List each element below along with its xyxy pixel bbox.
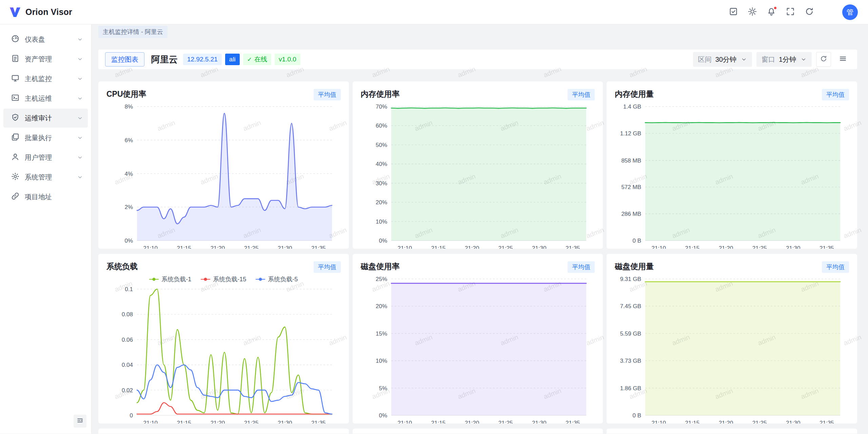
- chart-card-partial: [98, 429, 349, 434]
- chart-card-6: 磁盘使用量平均值0 B1.86 GB3.73 GB5.59 GB7.45 GB9…: [607, 254, 857, 423]
- notification-dot: [773, 6, 777, 10]
- app-logo[interactable]: Orion Visor: [9, 7, 72, 18]
- host-name: 阿里云: [151, 54, 178, 65]
- host-monitor-icon: [11, 74, 20, 84]
- chart-area: 0 B1.86 GB3.73 GB5.59 GB7.45 GB9.31 GB21…: [615, 274, 849, 419]
- svg-text:21:10: 21:10: [143, 245, 158, 249]
- user-avatar[interactable]: 管: [842, 4, 858, 20]
- svg-text:21:10: 21:10: [652, 420, 666, 423]
- svg-text:0%: 0%: [379, 412, 387, 419]
- logo-v-icon: [9, 7, 21, 18]
- svg-text:21:10: 21:10: [652, 245, 666, 249]
- chart-card-1: CPU使用率平均值0%2%4%6%8%21:1021:1521:2021:252…: [98, 81, 349, 249]
- chart-plot: 0%5%10%15%20%25%21:1021:1521:2021:2521:3…: [361, 274, 595, 423]
- svg-text:858 MB: 858 MB: [622, 157, 642, 164]
- svg-text:21:25: 21:25: [498, 420, 513, 423]
- host-tag-2: ali: [225, 54, 240, 65]
- audit-shield-icon: [11, 113, 20, 124]
- sidebar-item-4[interactable]: 主机运维: [3, 89, 88, 108]
- navbar-actions: 管: [726, 4, 858, 20]
- svg-text:21:25: 21:25: [752, 420, 767, 423]
- chart-card-partial: [607, 429, 857, 434]
- sidebar-item-8[interactable]: 系统管理: [3, 168, 88, 187]
- panel-check-icon: [729, 7, 738, 18]
- sidebar-item-2[interactable]: 资产管理: [3, 50, 88, 69]
- chart-card-partial: [353, 429, 603, 434]
- sidebar-item-label: 批量执行: [25, 133, 72, 143]
- notification-bell-button[interactable]: [764, 4, 779, 20]
- svg-text:21:25: 21:25: [244, 420, 259, 423]
- svg-text:0%: 0%: [124, 238, 133, 244]
- svg-text:0.1: 0.1: [125, 286, 133, 293]
- legend-item[interactable]: 系统负载-5: [256, 275, 298, 283]
- svg-text:0%: 0%: [379, 238, 387, 244]
- legend-item[interactable]: 系统负载-1: [149, 275, 191, 283]
- svg-text:0.04: 0.04: [122, 362, 133, 368]
- svg-text:30%: 30%: [376, 180, 387, 187]
- svg-text:1.12 GB: 1.12 GB: [620, 130, 641, 137]
- chart-plot: 0%2%4%6%8%21:1021:1521:2021:2521:3021:35: [106, 102, 341, 249]
- interval-select[interactable]: 区间 30分钟: [693, 52, 752, 67]
- refresh-charts-button[interactable]: [816, 52, 831, 67]
- chart-title: 内存使用率: [361, 89, 400, 99]
- sidebar-item-6[interactable]: 批量执行: [3, 128, 88, 147]
- svg-text:21:30: 21:30: [786, 245, 801, 249]
- svg-text:0.06: 0.06: [122, 337, 133, 343]
- svg-text:21:15: 21:15: [177, 245, 192, 249]
- chevron-down-icon: [77, 174, 83, 180]
- menu-icon: [839, 55, 847, 64]
- page: Orion Visor 管 仪表盘资产管理主机监控主机运维运维审计批量执行用户管…: [0, 0, 868, 434]
- sidebar-item-1[interactable]: 仪表盘: [3, 30, 88, 49]
- sidebar: 仪表盘资产管理主机监控主机运维运维审计批量执行用户管理系统管理项目地址: [0, 24, 92, 434]
- sidebar-item-5[interactable]: 运维审计: [3, 109, 88, 128]
- svg-text:0 B: 0 B: [633, 412, 642, 419]
- legend-item[interactable]: 系统负载-15: [201, 275, 246, 283]
- chart-card-4: 系统负载平均值系统负载-1系统负载-15系统负载-500.020.040.060…: [98, 254, 349, 423]
- sidebar-item-label: 主机运维: [25, 94, 72, 103]
- legend-marker-icon: [256, 277, 265, 281]
- svg-text:0: 0: [130, 412, 133, 419]
- svg-text:21:30: 21:30: [532, 420, 547, 423]
- chart-area: 0%2%4%6%8%21:1021:1521:2021:2521:3021:35: [106, 102, 341, 245]
- svg-text:21:35: 21:35: [566, 420, 580, 423]
- legend-marker-icon: [201, 277, 210, 281]
- sidebar-item-label: 用户管理: [25, 153, 72, 162]
- chart-title: CPU使用率: [106, 89, 146, 99]
- svg-text:21:20: 21:20: [465, 245, 479, 249]
- chevron-down-icon: [801, 56, 807, 62]
- interval-value: 30分钟: [715, 55, 736, 64]
- avg-value-badge: 平均值: [568, 261, 595, 273]
- assets-icon: [11, 54, 20, 64]
- chart-card-2: 内存使用率平均值0%10%20%30%40%50%60%70%21:1021:1…: [353, 81, 603, 249]
- breadcrumb[interactable]: 主机监控详情 - 阿里云: [98, 26, 167, 38]
- sidebar-item-7[interactable]: 用户管理: [3, 148, 88, 167]
- theme-sun-button[interactable]: [745, 4, 760, 20]
- svg-text:70%: 70%: [376, 103, 387, 110]
- svg-text:1.4 GB: 1.4 GB: [623, 103, 641, 110]
- theme-sun-icon: [748, 7, 757, 18]
- chart-list-button[interactable]: [835, 52, 850, 67]
- chart-title: 磁盘使用率: [361, 261, 400, 272]
- monitor-chart-button[interactable]: 监控图表: [105, 52, 144, 67]
- svg-text:2%: 2%: [124, 204, 133, 210]
- settings-gear-button[interactable]: [821, 4, 836, 20]
- svg-text:1.86 GB: 1.86 GB: [620, 385, 641, 392]
- sidebar-collapse-button[interactable]: [74, 415, 86, 428]
- sidebar-item-label: 资产管理: [25, 55, 72, 64]
- sidebar-item-9[interactable]: 项目地址: [3, 187, 88, 206]
- svg-text:60%: 60%: [376, 122, 387, 129]
- window-value: 1分钟: [779, 55, 796, 64]
- host-tags: 12.92.5.21ali✓在线v1.0.0: [183, 54, 304, 65]
- svg-text:10%: 10%: [376, 219, 387, 225]
- svg-text:21:20: 21:20: [719, 420, 733, 423]
- sidebar-item-3[interactable]: 主机监控: [3, 69, 88, 88]
- panel-check-button[interactable]: [726, 4, 741, 20]
- window-select[interactable]: 窗口 1分钟: [756, 52, 812, 67]
- collapse-menu-icon: [76, 417, 84, 426]
- svg-text:9.31 GB: 9.31 GB: [620, 276, 641, 282]
- refresh-button[interactable]: [802, 4, 817, 20]
- svg-text:21:15: 21:15: [685, 420, 700, 423]
- fullscreen-button[interactable]: [783, 4, 798, 20]
- chevron-down-icon: [77, 95, 83, 101]
- svg-text:21:15: 21:15: [431, 245, 446, 249]
